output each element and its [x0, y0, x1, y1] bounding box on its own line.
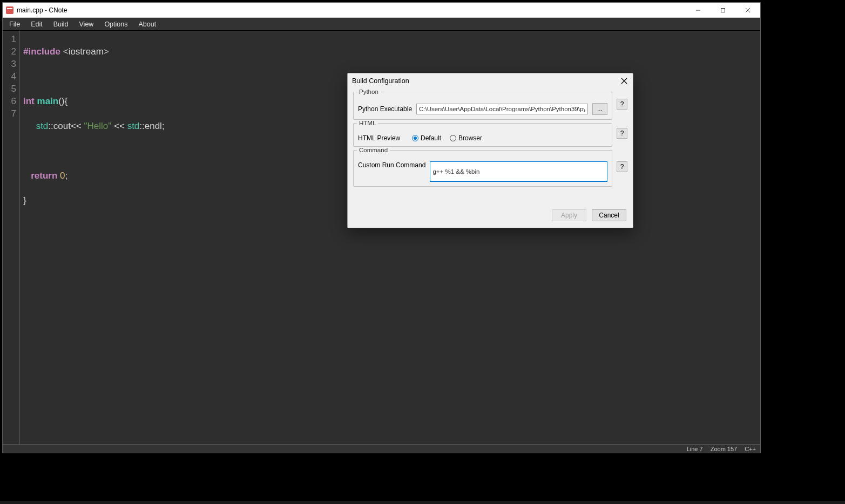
status-zoom: Zoom 157: [711, 446, 738, 452]
maximize-button[interactable]: [711, 3, 735, 17]
line-number: 3: [3, 58, 16, 70]
close-icon: [621, 78, 627, 84]
app-icon: [6, 6, 13, 14]
group-command: Command Custom Run Command: [353, 150, 612, 187]
group-python: Python Python Executable ...: [353, 92, 612, 120]
custom-run-input[interactable]: [430, 161, 607, 182]
menu-options[interactable]: Options: [99, 19, 133, 30]
dialog-close-button[interactable]: [618, 74, 631, 87]
group-legend-python: Python: [357, 88, 381, 95]
titlebar[interactable]: main.cpp - CNote: [3, 3, 760, 18]
radio-icon: [450, 135, 456, 141]
radio-browser[interactable]: Browser: [450, 134, 482, 142]
command-help-button[interactable]: ?: [617, 161, 627, 172]
line-number: 1: [3, 33, 16, 45]
radio-default[interactable]: Default: [412, 134, 441, 142]
status-lang: C++: [745, 446, 756, 452]
group-html: HTML HTML Preview Default Browser: [353, 123, 612, 147]
window-controls: [686, 3, 760, 17]
menu-view[interactable]: View: [74, 19, 99, 30]
apply-button[interactable]: Apply: [552, 209, 586, 221]
line-number: 5: [3, 83, 16, 95]
window-title: main.cpp - CNote: [17, 6, 67, 14]
radio-browser-label: Browser: [458, 134, 482, 142]
minimize-icon: [695, 8, 701, 13]
menubar: File Edit Build View Options About: [3, 18, 760, 31]
html-help-button[interactable]: ?: [617, 128, 627, 139]
python-exe-input[interactable]: [416, 104, 588, 114]
custom-run-label: Custom Run Command: [358, 161, 425, 169]
statusbar: Line 7 Zoom 157 C++: [3, 444, 760, 453]
close-icon: [745, 8, 751, 13]
dialog-titlebar[interactable]: Build Configuration: [348, 73, 633, 88]
bottom-scrollbar[interactable]: [0, 501, 845, 504]
svg-rect-1: [721, 8, 725, 12]
html-preview-label: HTML Preview: [358, 134, 403, 142]
line-number: 4: [3, 70, 16, 83]
radio-icon: [412, 135, 418, 141]
cancel-button[interactable]: Cancel: [592, 209, 626, 221]
line-number: 2: [3, 45, 16, 58]
menu-about[interactable]: About: [133, 19, 161, 30]
app-window: main.cpp - CNote File Edit Build View Op…: [2, 2, 761, 453]
python-exe-label: Python Executable: [358, 105, 412, 113]
group-legend-html: HTML: [357, 120, 378, 126]
python-browse-button[interactable]: ...: [592, 103, 607, 115]
line-number: 7: [3, 107, 16, 120]
line-gutter: 1 2 3 4 5 6 7: [3, 31, 20, 444]
menu-file[interactable]: File: [5, 19, 25, 30]
group-legend-command: Command: [357, 147, 390, 153]
minimize-button[interactable]: [686, 3, 711, 17]
menu-edit[interactable]: Edit: [25, 19, 48, 30]
dialog-title: Build Configuration: [352, 77, 409, 85]
build-config-dialog: Build Configuration Python Python Execut…: [347, 73, 633, 228]
line-number: 6: [3, 95, 16, 107]
status-line: Line 7: [687, 446, 703, 452]
maximize-icon: [720, 8, 726, 13]
menu-build[interactable]: Build: [48, 19, 74, 30]
python-help-button[interactable]: ?: [617, 99, 627, 110]
close-button[interactable]: [735, 3, 760, 17]
radio-default-label: Default: [421, 134, 441, 142]
